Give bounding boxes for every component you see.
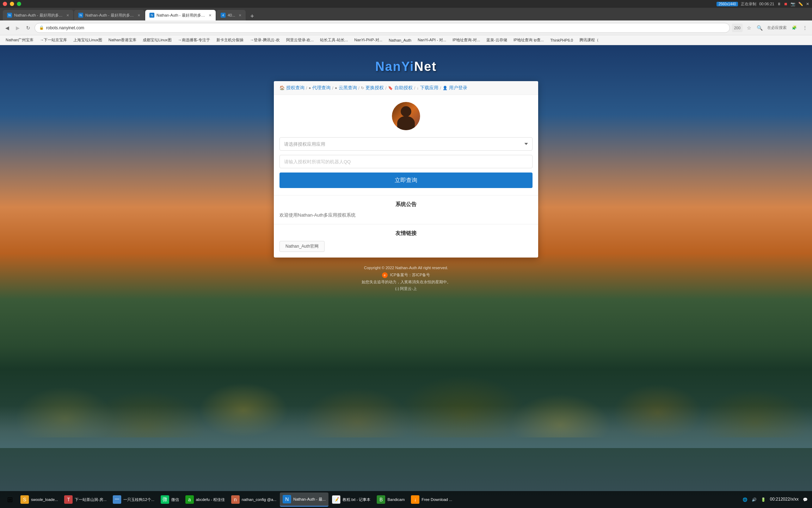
tab-2-favicon: N [78, 13, 83, 18]
friend-link-1[interactable]: Nathan_Auth官网 [279, 241, 325, 252]
bookmark-tencent-course[interactable]: 腾讯课程（ [577, 36, 602, 44]
page-footer: Copyright © 2022 Nathan-Auth All right r… [362, 265, 451, 292]
bookmark-thinkphp-label: ThinkPHP6.0 [550, 38, 573, 42]
start-button[interactable]: ⊞ [3, 492, 17, 507]
app-select[interactable]: 请选择授权应用应用 [279, 137, 533, 151]
qq-input-group [279, 155, 533, 168]
battery-icon[interactable]: 🔋 [759, 497, 767, 502]
time-display: 00:21 [770, 497, 781, 502]
bookmark-shanghai[interactable]: 上海宝坛Linux图 [70, 36, 105, 44]
stop-icon[interactable]: ⏹ [784, 2, 788, 6]
taskbar-nathan-auth[interactable]: N Nathan-Auth - 最... [280, 492, 328, 507]
bookmark-podcast[interactable]: →南选播客-专注于 [175, 36, 213, 44]
chashan-label: 下一站茶山洞-房... [75, 497, 106, 502]
bookmarks-button[interactable]: ☆ [745, 24, 753, 32]
bookmark-nathan-auth[interactable]: Nathan_Auth [386, 36, 414, 44]
app-select-group: 请选择授权应用应用 [279, 137, 533, 151]
bookmark-aliyun[interactable]: 阿里云登录-欢... [283, 36, 317, 44]
pause-icon[interactable]: ⏸ [777, 2, 781, 6]
extensions-button[interactable]: 🧩 [790, 24, 799, 32]
tab-4-close[interactable]: ✕ [239, 13, 241, 17]
address-bar[interactable]: 🔒 robots.nanyinet.com [35, 23, 730, 33]
notification-icon[interactable]: 💬 [801, 497, 809, 502]
new-tab-button[interactable]: + [248, 12, 256, 20]
bookmark-thinkphp[interactable]: ThinkPHP6.0 [547, 36, 576, 44]
breadcrumb-cloud[interactable]: 云黑查询 [339, 85, 357, 91]
bookmark-tencent[interactable]: →登录-腾讯云-欢 [247, 36, 282, 44]
breadcrumb-login[interactable]: 用户登录 [449, 85, 467, 91]
bookmark-nanyi-php[interactable]: NanYi-PHP-对... [351, 36, 385, 44]
bookmark-ip2[interactable]: IP地址查询 ip查... [511, 36, 547, 44]
tab-1-close[interactable]: ✕ [66, 13, 69, 17]
bookmark-nathan-auth-label: Nathan_Auth [389, 38, 411, 42]
recording-label: 正在录制 [741, 1, 756, 7]
tab-3-close[interactable]: ✕ [209, 13, 211, 17]
friend-links-section: 友情链接 Nathan_Auth官网 [274, 224, 538, 258]
taskbar-bandicam[interactable]: B Bandicam [374, 492, 407, 507]
resolution-badge: 2560x1440 [716, 2, 738, 6]
bookmark-newcard[interactable]: 新卡主机分裂操 [214, 36, 246, 44]
icp-number: 号 [426, 273, 430, 277]
bookmark-chinaz[interactable]: 站长工具-站长... [317, 36, 351, 44]
qq-input[interactable] [279, 155, 533, 168]
breadcrumb-change[interactable]: 更换授权 [365, 85, 384, 91]
site-title: NanYiNet [375, 59, 437, 74]
bookmark-beijing[interactable]: →下一站京宝库 [37, 36, 70, 44]
search-button[interactable]: 🔍 [755, 24, 764, 32]
bookmark-ip[interactable]: IP地址查询-对... [450, 36, 483, 44]
breadcrumb-download[interactable]: 下载应用 [420, 85, 438, 91]
taskbar-chashan[interactable]: T 下一站茶山洞-房... [61, 492, 109, 507]
volume-icon[interactable]: 🔊 [750, 497, 758, 502]
taskbar-notepad[interactable]: 📝 教程.txt - 记事本 [329, 492, 373, 507]
tab-bar: N Nathan-Auth - 最好用的多应用授权... ✕ N Nathan-… [0, 8, 812, 20]
yuigui-icon: 一 [113, 495, 121, 504]
breadcrumb-proxy[interactable]: 代理查询 [312, 85, 331, 91]
taskbar-freedownload[interactable]: ↓ Free Download ... [408, 492, 455, 507]
bookmark-lanyun-label: 蓝泉-云存储 [486, 37, 507, 43]
tab-4-favicon: 4 [221, 13, 226, 18]
bookmark-icon: 🔖 [388, 86, 393, 90]
forward-button[interactable]: ▶ [13, 24, 22, 32]
bookmark-nanyi-api[interactable]: NanYi-API - 对... [415, 36, 449, 44]
taskbar-config[interactable]: n nathan_config @a... [228, 492, 279, 507]
taskbar-swoole[interactable]: S swoole_loade... [18, 492, 61, 507]
bookmark-guangzhou[interactable]: Nathan广州宝库 [3, 36, 36, 44]
bookmark-chengdu[interactable]: 成都宝坛Linux图 [140, 36, 174, 44]
close-button[interactable] [3, 2, 7, 6]
tab-2-close[interactable]: ✕ [137, 13, 140, 17]
tab-3[interactable]: N Nathan-Auth - 最好用的多应用授权... ✕ [145, 10, 216, 20]
yuigui-label: 一只玉桂狗12个... [123, 497, 154, 502]
nathan-auth-icon: N [283, 495, 291, 503]
bookmark-hk[interactable]: Nathan香港宝库 [106, 36, 139, 44]
taskbar-yuigui[interactable]: 一 一只玉桂狗12个... [110, 492, 157, 507]
tab-4[interactable]: 4 40... ✕ [216, 10, 246, 20]
network-icon[interactable]: 🌐 [741, 497, 749, 502]
settings-button[interactable]: ⋮ [801, 24, 809, 32]
minimize-button[interactable] [10, 2, 14, 6]
reload-button[interactable]: ↻ [24, 24, 32, 32]
tab-2[interactable]: N Nathan-Auth - 最好用的多应用授权... ✕ [74, 10, 144, 20]
breadcrumb-auth[interactable]: 授权查询 [286, 85, 304, 91]
cloud-text: (-) 阿里云-上 [362, 285, 451, 292]
sep-5: / [414, 85, 416, 91]
freedownload-label: Free Download ... [422, 497, 452, 502]
close-recording-icon[interactable]: ✕ [806, 2, 809, 6]
taskbar-wechat[interactable]: 微 微信 [158, 492, 182, 507]
edit-icon[interactable]: ✏️ [798, 2, 803, 6]
recording-time: 00:06:21 [759, 2, 774, 6]
security-icon: 🔒 [39, 25, 44, 30]
bookmark-tencent-label: →登录-腾讯云-欢 [250, 37, 279, 43]
title-bar: 2560x1440 正在录制 00:06:21 ⏸ ⏹ 📷 ✏️ ✕ [0, 0, 812, 8]
maximize-button[interactable] [17, 2, 21, 6]
refresh-icon: ↻ [361, 86, 364, 90]
system-tray: 🌐 🔊 🔋 00:21 2022/x/xx 💬 [741, 497, 809, 502]
taskbar-abcdefu[interactable]: a abcdefu - 程佳佳 [183, 492, 228, 507]
breadcrumb-self[interactable]: 自助授权 [394, 85, 413, 91]
camera-icon[interactable]: 📷 [791, 2, 795, 6]
submit-button[interactable]: 立即查询 [279, 173, 533, 188]
bookmark-lanyun[interactable]: 蓝泉-云存储 [484, 36, 510, 44]
back-button[interactable]: ◀ [3, 24, 11, 32]
tab-1[interactable]: N Nathan-Auth - 最好用的多应用授权... ✕ [3, 10, 73, 20]
circle-icon: ● [309, 86, 311, 90]
swoole-label: swoole_loade... [31, 497, 58, 502]
